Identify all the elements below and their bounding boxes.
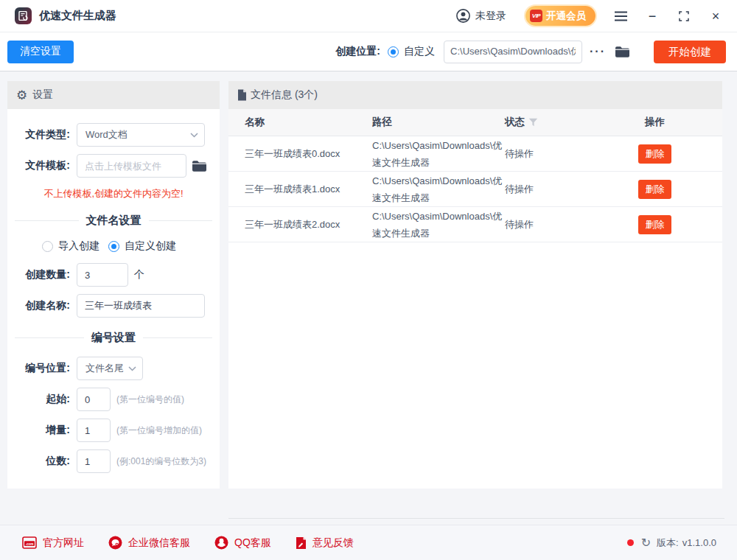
footer: .com 官方网址 企业微信客服 QQ客服 xyxy=(0,525,737,560)
divider xyxy=(228,518,724,519)
digits-label: 位数: xyxy=(15,455,77,468)
delete-button[interactable]: 删除 xyxy=(638,215,671,234)
import-create-radio[interactable] xyxy=(42,241,53,252)
table-header-row: 名称 路径 状态 操作 xyxy=(228,109,722,136)
settings-header-label: 设置 xyxy=(32,88,53,102)
version-label: 版本: xyxy=(657,536,679,550)
import-create-radio-label[interactable]: 导入创建 xyxy=(58,239,99,253)
maximize-icon[interactable] xyxy=(677,10,691,23)
user-avatar-icon xyxy=(456,9,470,23)
file-path-cell: C:\Users\Qasim\Downloads\优速文件生成器 xyxy=(372,140,502,168)
settings-panel: ⚙ 设置 文件类型: Word文档 文件模板: 不上传模板,创建的文件内容为 xyxy=(7,81,220,489)
app-title: 优速文件生成器 xyxy=(39,9,116,23)
file-status-cell: 待操作 xyxy=(505,183,638,196)
file-info-header-label: 文件信息 (3个) xyxy=(251,88,318,102)
vip-icon: VIP xyxy=(530,10,542,22)
delete-button[interactable]: 删除 xyxy=(638,180,671,199)
file-name-cell: 三年一班成绩表1.docx xyxy=(228,183,372,196)
file-path-cell: C:\Users\Qasim\Downloads\优速文件生成器 xyxy=(372,175,502,203)
column-header-action: 操作 xyxy=(638,116,722,129)
custom-create-radio[interactable] xyxy=(108,241,119,252)
column-header-status: 状态 xyxy=(505,116,525,129)
file-status-cell: 待操作 xyxy=(505,218,638,231)
dot-com-icon: .com xyxy=(22,536,37,549)
wechat-service-link[interactable]: 企业微信客服 xyxy=(108,536,190,550)
create-name-label: 创建名称: xyxy=(15,299,77,312)
version-value: v1.1.0.0 xyxy=(682,537,716,548)
filter-icon[interactable] xyxy=(528,118,538,127)
template-upload-input[interactable] xyxy=(77,154,186,178)
file-type-value: Word文档 xyxy=(85,128,128,141)
file-name-cell: 三年一班成绩表0.docx xyxy=(228,147,372,161)
number-position-label: 编号位置: xyxy=(15,362,77,375)
browse-folder-icon[interactable] xyxy=(615,46,630,58)
filename-section-title: 文件名设置 xyxy=(86,214,142,228)
qq-service-link[interactable]: QQ客服 xyxy=(214,536,271,550)
template-label: 文件模板: xyxy=(15,159,77,172)
template-warning-text: 不上传模板,创建的文件内容为空! xyxy=(7,187,220,200)
increment-input[interactable] xyxy=(77,419,111,442)
file-icon xyxy=(237,89,247,101)
chevron-down-icon xyxy=(128,366,136,371)
create-count-label: 创建数量: xyxy=(15,268,77,281)
file-info-header: 文件信息 (3个) xyxy=(228,81,722,109)
custom-location-radio[interactable] xyxy=(388,46,399,57)
official-website-link[interactable]: .com 官方网址 xyxy=(22,536,84,550)
file-type-label: 文件类型: xyxy=(15,128,77,141)
qq-icon xyxy=(214,536,228,550)
file-name-cell: 三年一班成绩表2.docx xyxy=(228,218,372,231)
table-row: 三年一班成绩表1.docx C:\Users\Qasim\Downloads\优… xyxy=(228,172,722,207)
login-area[interactable]: 未登录 xyxy=(456,9,506,23)
login-status: 未登录 xyxy=(475,10,506,23)
template-folder-icon[interactable] xyxy=(192,160,207,172)
vip-button[interactable]: VIP 开通会员 xyxy=(525,6,595,26)
status-dot-icon xyxy=(627,539,634,546)
toolbar: 清空设置 创建位置: 自定义 ··· 开始创建 xyxy=(0,32,737,71)
chevron-down-icon xyxy=(190,133,198,138)
file-info-panel: 文件信息 (3个) 名称 路径 状态 操作 三年一班成绩表0.docx C:\U… xyxy=(228,81,722,489)
clear-settings-button[interactable]: 清空设置 xyxy=(7,41,74,63)
number-position-select[interactable]: 文件名尾 xyxy=(77,357,143,380)
svg-text:.com: .com xyxy=(26,542,34,546)
increment-label: 增量: xyxy=(15,424,77,437)
column-header-path: 路径 xyxy=(372,116,505,129)
delete-button[interactable]: 删除 xyxy=(638,144,671,164)
table-row: 三年一班成绩表2.docx C:\Users\Qasim\Downloads\优… xyxy=(228,207,722,242)
digits-note: (例:001的编号位数为3) xyxy=(116,455,206,468)
table-row: 三年一班成绩表0.docx C:\Users\Qasim\Downloads\优… xyxy=(228,136,722,172)
number-section-divider: 编号设置 xyxy=(15,331,212,345)
gear-icon: ⚙ xyxy=(16,89,27,102)
number-position-value: 文件名尾 xyxy=(85,362,124,375)
titlebar: 优速文件生成器 未登录 VIP 开通会员 − × xyxy=(0,0,737,32)
create-name-input[interactable] xyxy=(77,294,205,318)
version-area: ↻ 版本: v1.1.0.0 xyxy=(627,536,716,550)
feedback-link[interactable]: 意见反馈 xyxy=(296,536,354,550)
increment-note: (第一位编号增加的值) xyxy=(116,424,202,437)
feedback-icon xyxy=(296,536,307,550)
wechat-icon xyxy=(108,536,122,550)
menu-icon[interactable] xyxy=(614,10,627,23)
main-area: ⚙ 设置 文件类型: Word文档 文件模板: 不上传模板,创建的文件内容为 xyxy=(0,71,737,525)
file-path-cell: C:\Users\Qasim\Downloads\优速文件生成器 xyxy=(372,211,502,239)
close-icon[interactable]: × xyxy=(709,10,722,23)
create-count-input[interactable] xyxy=(77,263,128,287)
file-type-select[interactable]: Word文档 xyxy=(77,123,205,147)
start-create-button[interactable]: 开始创建 xyxy=(654,41,726,63)
custom-location-radio-label[interactable]: 自定义 xyxy=(404,45,435,58)
custom-create-radio-label[interactable]: 自定义创建 xyxy=(125,239,176,253)
start-number-input[interactable] xyxy=(77,388,111,411)
filename-section-divider: 文件名设置 xyxy=(15,214,212,228)
number-section-title: 编号设置 xyxy=(91,331,136,345)
digits-input[interactable] xyxy=(77,449,111,473)
create-mode-radio-group: 导入创建 自定义创建 xyxy=(7,239,220,253)
refresh-icon[interactable]: ↻ xyxy=(641,537,651,549)
more-options-button[interactable]: ··· xyxy=(590,45,606,58)
file-status-cell: 待操作 xyxy=(505,147,638,161)
minimize-icon[interactable]: − xyxy=(646,10,659,23)
app-logo-icon xyxy=(15,7,32,24)
start-number-label: 起始: xyxy=(15,393,77,406)
vip-button-label: 开通会员 xyxy=(546,10,586,23)
start-number-note: (第一位编号的值) xyxy=(116,393,184,406)
location-path-input[interactable] xyxy=(444,41,582,63)
create-count-unit: 个 xyxy=(134,268,144,281)
